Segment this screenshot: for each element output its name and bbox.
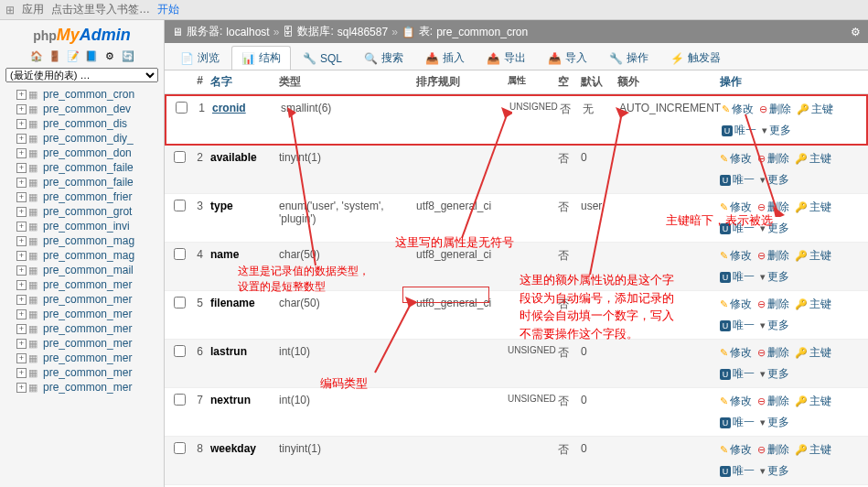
expand-icon[interactable]: +: [16, 265, 27, 276]
row-checkbox[interactable]: [174, 394, 186, 406]
tree-item[interactable]: +▦pre_common_mer: [0, 277, 164, 292]
tree-item[interactable]: +▦pre_common_cron: [0, 87, 164, 102]
expand-icon[interactable]: +: [16, 353, 27, 363]
tree-item[interactable]: +▦pre_common_mer: [0, 307, 164, 321]
expand-icon[interactable]: +: [16, 178, 27, 188]
expand-icon[interactable]: +: [16, 383, 27, 393]
more-action[interactable]: ▾更多: [762, 123, 791, 138]
edit-action[interactable]: ✎修改: [720, 151, 752, 167]
edit-action[interactable]: ✎修改: [720, 345, 752, 361]
more-action[interactable]: ▾更多: [760, 463, 789, 479]
expand-icon[interactable]: +: [16, 339, 27, 349]
tab-插入[interactable]: 📥插入: [415, 46, 475, 70]
tree-item[interactable]: +▦pre_common_mag: [0, 248, 164, 263]
apps-icon[interactable]: ⊞: [5, 4, 15, 16]
tree-item[interactable]: +▦pre_common_faile: [0, 175, 164, 189]
import-bookmarks[interactable]: 点击这里导入书签…: [51, 2, 150, 17]
db-link[interactable]: sql486587: [338, 26, 388, 38]
more-action[interactable]: ▾更多: [760, 221, 789, 236]
tree-item[interactable]: +▦pre_common_mail: [0, 263, 164, 277]
expand-icon[interactable]: +: [16, 163, 27, 173]
primary-key-action[interactable]: 🔑主键: [795, 248, 831, 264]
primary-key-action[interactable]: 🔑主键: [795, 297, 831, 312]
start-link[interactable]: 开始: [157, 2, 179, 17]
tab-导入[interactable]: 📥导入: [538, 46, 597, 70]
tree-item[interactable]: +▦pre_common_grot: [0, 204, 164, 219]
tree-item[interactable]: +▦pre_common_frier: [0, 189, 164, 204]
more-action[interactable]: ▾更多: [760, 318, 789, 333]
apps-label[interactable]: 应用: [22, 2, 44, 17]
tab-SQL[interactable]: 🔧SQL: [293, 46, 352, 70]
row-checkbox[interactable]: [174, 442, 186, 454]
edit-action[interactable]: ✎修改: [720, 248, 752, 264]
unique-action[interactable]: U唯一: [720, 172, 755, 188]
tab-结构[interactable]: 📊结构: [231, 46, 291, 70]
more-action[interactable]: ▾更多: [760, 415, 789, 430]
expand-icon[interactable]: +: [16, 295, 27, 305]
tree-item[interactable]: +▦pre_common_mer: [0, 292, 164, 307]
delete-action[interactable]: ⊖删除: [759, 102, 791, 117]
edit-action[interactable]: ✎修改: [720, 394, 752, 409]
delete-action[interactable]: ⊖删除: [757, 394, 789, 409]
server-link[interactable]: localhost: [226, 26, 269, 38]
tree-item[interactable]: +▦pre_common_dev: [0, 102, 164, 116]
more-action[interactable]: ▾更多: [760, 172, 789, 188]
edit-action[interactable]: ✎修改: [722, 102, 754, 117]
expand-icon[interactable]: +: [16, 119, 27, 129]
tree-item[interactable]: +▦pre_common_mag: [0, 233, 164, 248]
more-action[interactable]: ▾更多: [760, 269, 789, 285]
primary-key-action[interactable]: 🔑主键: [795, 151, 831, 167]
row-checkbox[interactable]: [174, 200, 186, 211]
tree-item[interactable]: +▦pre_common_mer: [0, 351, 164, 365]
exit-icon[interactable]: 🚪: [48, 49, 62, 63]
logo[interactable]: phpMyAdmin: [0, 20, 164, 47]
primary-key-action[interactable]: 🔑主键: [795, 345, 831, 361]
tree-item[interactable]: +▦pre_common_faile: [0, 160, 164, 175]
delete-action[interactable]: ⊖删除: [757, 248, 789, 264]
unique-action[interactable]: U唯一: [720, 221, 755, 236]
gear-icon[interactable]: ⚙: [851, 26, 861, 38]
row-checkbox[interactable]: [176, 102, 188, 114]
tab-浏览[interactable]: 📄浏览: [170, 46, 230, 70]
expand-icon[interactable]: +: [16, 324, 27, 334]
expand-icon[interactable]: +: [16, 280, 27, 290]
delete-action[interactable]: ⊖删除: [757, 200, 789, 215]
expand-icon[interactable]: +: [16, 236, 27, 246]
expand-icon[interactable]: +: [16, 222, 27, 232]
delete-action[interactable]: ⊖删除: [757, 297, 789, 312]
tree-item[interactable]: +▦pre_common_mer: [0, 380, 164, 395]
expand-icon[interactable]: +: [16, 207, 27, 217]
primary-key-action[interactable]: 🔑主键: [795, 394, 831, 409]
expand-icon[interactable]: +: [16, 251, 27, 261]
primary-key-action[interactable]: 🔑主键: [797, 102, 833, 117]
delete-action[interactable]: ⊖删除: [757, 345, 789, 361]
tree-item[interactable]: +▦pre_common_mer: [0, 336, 164, 351]
recent-select[interactable]: (最近使用的表) …: [5, 68, 158, 82]
tree-item[interactable]: +▦pre_common_invi: [0, 219, 164, 233]
edit-action[interactable]: ✎修改: [720, 297, 752, 312]
more-action[interactable]: ▾更多: [760, 366, 789, 382]
docs-icon[interactable]: 📘: [84, 49, 99, 63]
row-checkbox[interactable]: [174, 248, 186, 260]
db-tree[interactable]: +▦pre_common_cron+▦pre_common_dev+▦pre_c…: [0, 85, 164, 487]
tab-导出[interactable]: 📤导出: [477, 46, 536, 70]
expand-icon[interactable]: +: [16, 309, 27, 319]
unique-action[interactable]: U唯一: [720, 269, 755, 285]
tab-触发器[interactable]: ⚡触发器: [660, 46, 731, 70]
delete-action[interactable]: ⊖删除: [757, 442, 789, 458]
unique-action[interactable]: U唯一: [720, 463, 755, 479]
row-checkbox[interactable]: [174, 345, 186, 357]
delete-action[interactable]: ⊖删除: [757, 151, 789, 167]
table-link[interactable]: pre_common_cron: [436, 26, 528, 38]
expand-icon[interactable]: +: [16, 90, 27, 100]
primary-key-action[interactable]: 🔑主键: [795, 442, 831, 458]
settings-icon[interactable]: ⚙: [102, 49, 117, 63]
edit-action[interactable]: ✎修改: [720, 442, 752, 458]
tab-搜索[interactable]: 🔍搜索: [354, 46, 413, 70]
home-icon[interactable]: 🏠: [29, 49, 44, 63]
tree-item[interactable]: +▦pre_common_mer: [0, 365, 164, 380]
column-name-link[interactable]: cronid: [212, 102, 246, 114]
edit-action[interactable]: ✎修改: [720, 200, 752, 215]
tree-item[interactable]: +▦pre_common_mer: [0, 321, 164, 336]
tree-item[interactable]: +▦pre_common_don: [0, 146, 164, 160]
